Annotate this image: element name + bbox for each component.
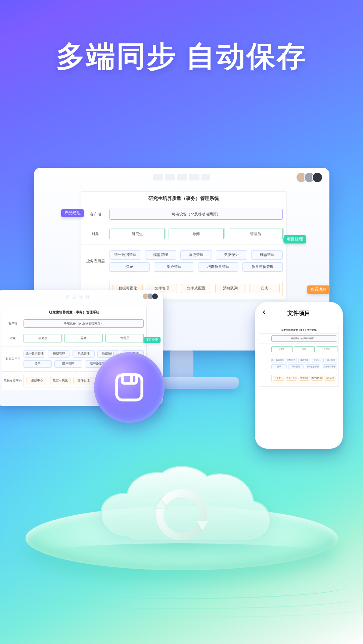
object-cube: 研究生 [271, 346, 292, 352]
module-pill: 登录 [24, 360, 52, 368]
module-pill: 统一数据管理 [271, 358, 283, 363]
row-label: 基础支撑平台 [2, 372, 24, 390]
module-pill: 日志管理 [251, 250, 283, 260]
architecture-diagram-phone: 研究生培养质量（事务）管理系统 终端设备（pc及移动端网页） 研究生 导师 管理… [259, 326, 339, 387]
phone-screen-title: 文件项目 [287, 309, 310, 317]
collaborator-avatars [144, 293, 158, 300]
phone-device: 文件项目 研究生培养质量（事务）管理系统 终端设备（pc及移动端网页） 研究生 … [255, 302, 343, 449]
infra-pill: 文件管理 [73, 377, 94, 384]
module-pill: 模型管理 [145, 250, 177, 260]
promo-stage: 多端同步 自动保存 产品经理 项目经理 查看边框 研究生培养质量（事务）管理系统… [0, 0, 363, 644]
row-label [259, 344, 271, 355]
diagram-title: 研究生培养质量（事务）管理系统 [2, 307, 146, 317]
module-pill: 质量评价管理 [242, 262, 283, 272]
client-block: 终端设备（pc及移动端网页） [24, 319, 144, 328]
module-pill: 数据统计 [216, 250, 247, 260]
module-pill: 系统管理 [180, 250, 212, 260]
module-pill: 模型管理 [48, 350, 70, 358]
object-cube: 管理员 [228, 229, 283, 239]
role-tag-project-manager: 项目经理 [283, 235, 306, 244]
object-cube: 研究生 [24, 334, 62, 342]
monitor-stand-neck [170, 351, 193, 381]
phone-header: 文件项目 [259, 309, 339, 317]
module-pill: 质量评价管理 [322, 364, 337, 369]
object-cube: 导师 [169, 229, 224, 239]
cloud-sync-illustration [26, 466, 338, 600]
diagram-row-app-layer: 业务应用层 统一数据管理 模型管理 系统管理 数据统计 日志管理 登录 用户管理 [81, 245, 286, 277]
infra-pill: 数据可视化 [286, 376, 297, 381]
save-icon [112, 371, 146, 404]
object-cube: 管理员 [105, 334, 144, 342]
row-label [259, 334, 271, 343]
module-pill: 培养质量管理 [198, 262, 238, 272]
infra-pill: 日志 [249, 284, 280, 293]
object-cube: 导师 [294, 346, 315, 352]
client-block: 终端设备（pc及移动端网页） [109, 209, 283, 220]
infra-pill: 注册中心 [27, 377, 47, 384]
module-pill: 用户管理 [288, 364, 304, 369]
diagram-title: 研究生培养质量（事务）管理系统 [81, 192, 286, 205]
cloud-icon [88, 466, 276, 567]
row-label: 业务应用层 [81, 245, 109, 277]
client-block: 终端设备（pc及移动端网页） [271, 335, 337, 342]
architecture-diagram: 产品经理 项目经理 查看边框 研究生培养质量（事务）管理系统 客户端 终端设备（… [81, 191, 286, 300]
object-cube: 研究生 [109, 229, 165, 239]
diagram-title: 研究生培养质量（事务）管理系统 [259, 326, 338, 334]
infra-pill: 消息队列 [324, 376, 335, 381]
svg-rect-1 [122, 375, 136, 383]
row-label [259, 372, 271, 384]
row-label: 业务应用层 [2, 346, 24, 371]
svg-rect-0 [117, 375, 142, 400]
module-pill: 培养质量管理 [305, 364, 320, 369]
module-pill: 模型管理 [285, 358, 297, 363]
module-pill: 登录 [109, 262, 150, 272]
row-label: 对象 [2, 330, 24, 346]
ripple [16, 574, 347, 599]
module-pill: 系统管理 [73, 350, 94, 358]
module-pill: 登录 [271, 364, 287, 369]
collaborator-avatars [299, 172, 323, 183]
role-tag-review: 查看边框 [307, 285, 330, 294]
tablet-watermark: 原型设计 [0, 294, 163, 300]
role-tag-product-manager: 产品经理 [61, 209, 84, 217]
module-pill: 统一数据管理 [109, 250, 141, 260]
object-cube: 导师 [64, 334, 103, 342]
role-tag-project-manager: 项目经理 [143, 337, 161, 343]
module-pill: 用户管理 [54, 360, 83, 368]
infra-pill: 集中式配置 [311, 376, 323, 381]
module-pill: 用户管理 [154, 262, 194, 272]
row-label: 客户端 [2, 317, 24, 330]
object-cube: 管理员 [316, 346, 337, 352]
diagram-row-object: 对象 研究生 导师 管理员 [81, 223, 286, 245]
module-pill: 统一数据管理 [24, 350, 45, 358]
module-pill: 日志管理 [325, 358, 337, 363]
headline: 多端同步 自动保存 [0, 37, 363, 76]
avatar [312, 172, 323, 183]
infra-pill: 数据可视化 [50, 377, 71, 384]
row-label [259, 355, 271, 372]
infra-pill: 文件管理 [299, 376, 310, 381]
infra-pill: 消息队列 [215, 284, 245, 293]
back-icon[interactable] [261, 309, 267, 317]
row-label: 对象 [81, 223, 109, 245]
module-pill: 系统管理 [298, 358, 310, 363]
diagram-row-client: 客户端 终端设备（pc及移动端网页） [81, 205, 286, 223]
infra-pill: 注册中心 [273, 376, 284, 381]
save-badge [94, 352, 165, 423]
avatar [152, 293, 158, 300]
module-pill: 数据统计 [312, 358, 324, 363]
infra-pill: 集中式配置 [181, 284, 211, 293]
